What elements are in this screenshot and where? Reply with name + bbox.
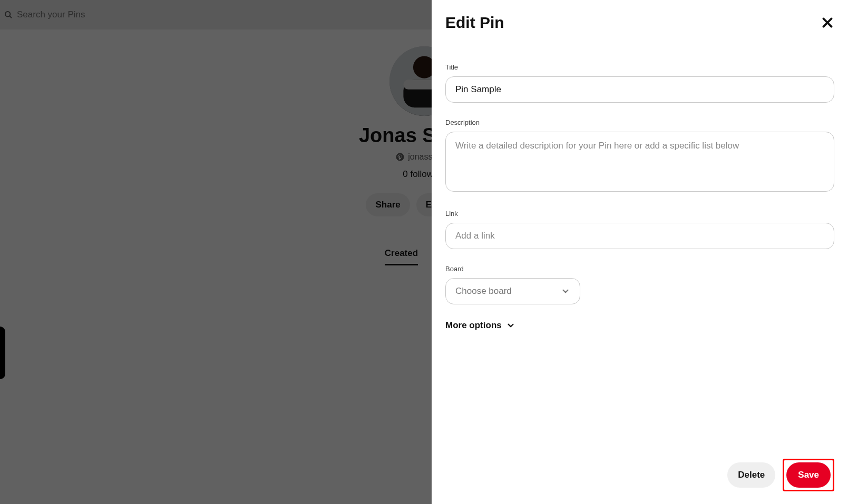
board-select-placeholder: Choose board	[455, 286, 512, 297]
delete-button[interactable]: Delete	[727, 462, 775, 488]
panel-footer: Delete Save	[432, 448, 848, 504]
board-select[interactable]: Choose board	[445, 278, 580, 304]
title-input[interactable]	[445, 76, 834, 103]
save-highlight: Save	[783, 459, 834, 491]
title-label: Title	[445, 63, 834, 71]
board-label: Board	[445, 265, 834, 273]
left-edge-handle	[0, 327, 5, 379]
chevron-down-icon	[506, 321, 515, 330]
panel-header: Edit Pin	[445, 14, 834, 32]
link-label: Link	[445, 210, 834, 218]
chevron-down-icon	[561, 286, 570, 296]
more-options-label: More options	[445, 320, 502, 331]
link-input[interactable]	[445, 223, 834, 249]
edit-pin-panel: Edit Pin Title Description Link Board Ch…	[432, 0, 848, 504]
close-icon[interactable]	[821, 16, 834, 29]
description-input[interactable]	[445, 132, 834, 192]
description-label: Description	[445, 118, 834, 126]
save-button[interactable]: Save	[786, 462, 831, 488]
panel-title: Edit Pin	[445, 14, 504, 32]
more-options-toggle[interactable]: More options	[445, 320, 834, 331]
